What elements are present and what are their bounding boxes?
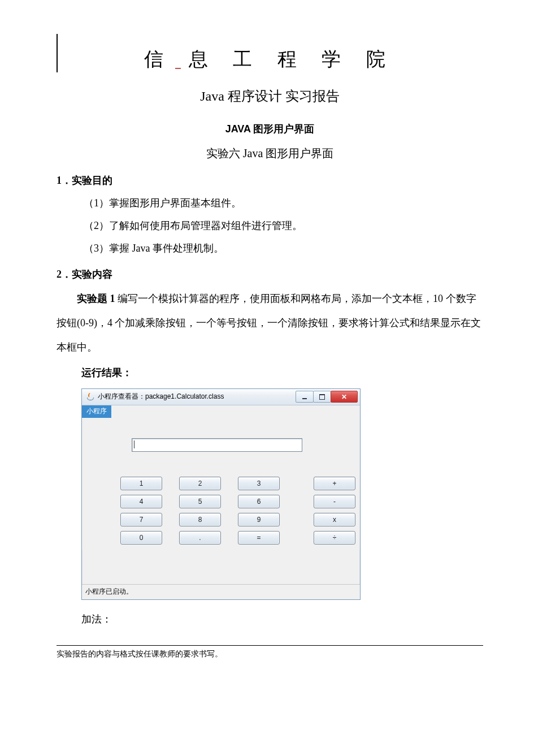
java-icon xyxy=(86,393,94,401)
title-left-rule xyxy=(57,34,58,72)
close-button[interactable]: ✕ xyxy=(331,391,358,403)
calc-button-grid: 1 2 3 + 4 5 6 - 7 8 9 x 0 . = ÷ xyxy=(120,477,344,545)
calc-button-4[interactable]: 4 xyxy=(120,495,162,508)
calc-button-7[interactable]: 7 xyxy=(120,513,162,526)
applet-client-area: 1 2 3 + 4 5 6 - 7 8 9 x 0 . = ÷ xyxy=(82,418,360,550)
minimize-button[interactable] xyxy=(296,391,314,403)
report-title: Java 程序设计 实习报告 xyxy=(57,87,483,105)
calc-button-1[interactable]: 1 xyxy=(120,477,162,490)
content-heading: 2．实验内容 xyxy=(57,267,483,281)
calc-button-divide[interactable]: ÷ xyxy=(314,531,355,545)
objective-item: （2）了解如何使用布局管理器对组件进行管理。 xyxy=(84,219,483,232)
calc-button-dot[interactable]: . xyxy=(179,531,221,545)
addition-label: 加法： xyxy=(81,612,483,626)
window-title: 小程序查看器：package1.Calculator.class xyxy=(98,392,224,401)
maximize-button[interactable] xyxy=(313,391,331,403)
maximize-icon xyxy=(319,394,325,400)
objective-item: （3）掌握 Java 事件处理机制。 xyxy=(84,241,483,255)
task-paragraph: 实验题 1 编写一个模拟计算器的程序，使用面板和网格布局，添加一个文本框，10 … xyxy=(57,287,483,360)
calc-button-3[interactable]: 3 xyxy=(238,477,280,490)
calc-button-8[interactable]: 8 xyxy=(179,513,221,526)
minimize-icon xyxy=(302,398,307,399)
objective-item: （1）掌握图形用户界面基本组件。 xyxy=(84,196,483,210)
calc-button-5[interactable]: 5 xyxy=(179,495,221,508)
calc-button-minus[interactable]: - xyxy=(314,495,355,508)
calc-button-equals[interactable]: = xyxy=(238,531,280,545)
calc-button-2[interactable]: 2 xyxy=(179,477,221,490)
institution-title: 信 息 工 程 学 院 xyxy=(57,46,483,72)
calc-button-multiply[interactable]: x xyxy=(314,513,355,526)
footer-rule xyxy=(57,645,483,646)
applet-menubar: 小程序 xyxy=(82,405,360,418)
calc-display-input[interactable] xyxy=(132,438,302,452)
applet-menu-item[interactable]: 小程序 xyxy=(82,405,111,418)
objectives-heading: 1．实验目的 xyxy=(57,174,483,187)
calc-button-9[interactable]: 9 xyxy=(238,513,280,526)
experiment-title: 实验六 Java 图形用户界面 xyxy=(57,146,483,161)
applet-window: 小程序查看器：package1.Calculator.class ✕ 小程序 1… xyxy=(81,388,361,600)
section-title: JAVA 图形用户界面 xyxy=(57,122,483,136)
footnote: 实验报告的内容与格式按任课教师的要求书写。 xyxy=(57,649,483,659)
close-icon: ✕ xyxy=(341,394,347,400)
calc-button-6[interactable]: 6 xyxy=(238,495,280,508)
title-caret-mark xyxy=(175,67,181,69)
applet-status-bar: 小程序已启动。 xyxy=(82,584,360,599)
calc-button-plus[interactable]: + xyxy=(314,477,355,490)
task-body: 编写一个模拟计算器的程序，使用面板和网格布局，添加一个文本框，10 个数字按钮(… xyxy=(57,293,481,353)
run-result-label: 运行结果： xyxy=(81,366,483,379)
calc-button-0[interactable]: 0 xyxy=(120,531,162,545)
window-titlebar: 小程序查看器：package1.Calculator.class ✕ xyxy=(82,389,360,405)
task-label: 实验题 1 xyxy=(77,293,115,304)
